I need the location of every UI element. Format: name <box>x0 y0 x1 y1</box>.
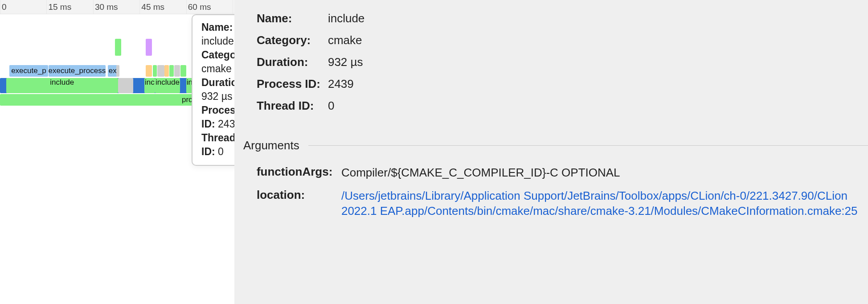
section-title: Arguments <box>243 139 299 152</box>
details-properties: Name:includeCategory:cmakeDuration:932 µ… <box>234 11 868 134</box>
trace-span-slice[interactable] <box>146 65 152 77</box>
trace-span-include[interactable]: include <box>155 78 180 93</box>
trace-span-project[interactable]: project <box>0 94 234 106</box>
detail-key: Thread ID: <box>257 99 328 113</box>
trace-span-slice[interactable] <box>153 65 157 77</box>
trace-span-include[interactable]: include <box>186 78 211 93</box>
trace-span-slice[interactable] <box>174 65 180 77</box>
argument-value-link[interactable]: /Users/jetbrains/Library/Application Sup… <box>341 188 868 218</box>
detail-value: 0 <box>328 99 868 113</box>
ruler-tick: 0 <box>0 0 7 14</box>
detail-value: 2439 <box>328 77 868 91</box>
detail-row: Thread ID:0 <box>257 99 868 113</box>
argument-value: Compiler/${CMAKE_C_COMPILER_ID}-C OPTION… <box>341 165 868 180</box>
details-panel: Name:includeCategory:cmakeDuration:932 µ… <box>234 0 868 304</box>
arguments-list: functionArgs:Compiler/${CMAKE_C_COMPILER… <box>234 165 868 218</box>
trace-span-include[interactable]: include <box>214 78 234 93</box>
trace-span-slice[interactable] <box>116 65 119 77</box>
detail-row: Duration:932 µs <box>257 55 868 69</box>
trace-span-slice[interactable] <box>164 65 169 77</box>
ruler-tick: 75 ms <box>233 0 234 14</box>
ruler-tick: 30 ms <box>93 0 118 14</box>
detail-row: Process ID:2439 <box>257 77 868 91</box>
detail-key: Name: <box>257 12 328 25</box>
detail-key: Duration: <box>257 55 328 69</box>
ruler-tick: 60 ms <box>186 0 211 14</box>
trace-span-slice[interactable] <box>157 65 164 77</box>
trace-span[interactable] <box>115 39 121 56</box>
trace-span-include[interactable]: inc <box>144 78 155 93</box>
argument-row: functionArgs:Compiler/${CMAKE_C_COMPILER… <box>257 165 868 180</box>
trace-span-include[interactable]: include <box>6 78 118 93</box>
detail-row: Name:include <box>257 12 868 25</box>
argument-key: location: <box>257 188 341 218</box>
trace-span[interactable] <box>146 39 152 56</box>
ruler-tick: 45 ms <box>139 0 164 14</box>
detail-key: Category: <box>257 33 328 47</box>
trace-span-slice[interactable] <box>180 65 186 77</box>
trace-span-include[interactable] <box>118 78 134 93</box>
flamechart[interactable]: execute_pexecute_processex__coincludeinc… <box>0 14 234 304</box>
trace-span-execute_process[interactable]: ex <box>108 65 117 77</box>
section-arguments: Arguments <box>243 139 868 152</box>
detail-key: Process ID: <box>257 77 328 91</box>
argument-row: location:/Users/jetbrains/Library/Applic… <box>257 188 868 218</box>
time-ruler[interactable]: 015 ms30 ms45 ms60 ms75 ms90 ms105 ms120… <box>0 0 234 14</box>
detail-row: Category:cmake <box>257 33 868 47</box>
argument-key: functionArgs: <box>257 165 341 180</box>
ruler-tick: 15 ms <box>46 0 71 14</box>
trace-span-execute_process[interactable]: execute_process <box>49 65 106 77</box>
detail-value: include <box>328 12 868 25</box>
detail-value: 932 µs <box>328 55 868 69</box>
detail-value: cmake <box>328 33 868 47</box>
trace-span-execute_process[interactable]: execute_p <box>9 65 48 77</box>
trace-span-slice[interactable] <box>169 65 174 77</box>
divider <box>308 145 868 146</box>
timeline-pane[interactable]: 015 ms30 ms45 ms60 ms75 ms90 ms105 ms120… <box>0 0 234 304</box>
